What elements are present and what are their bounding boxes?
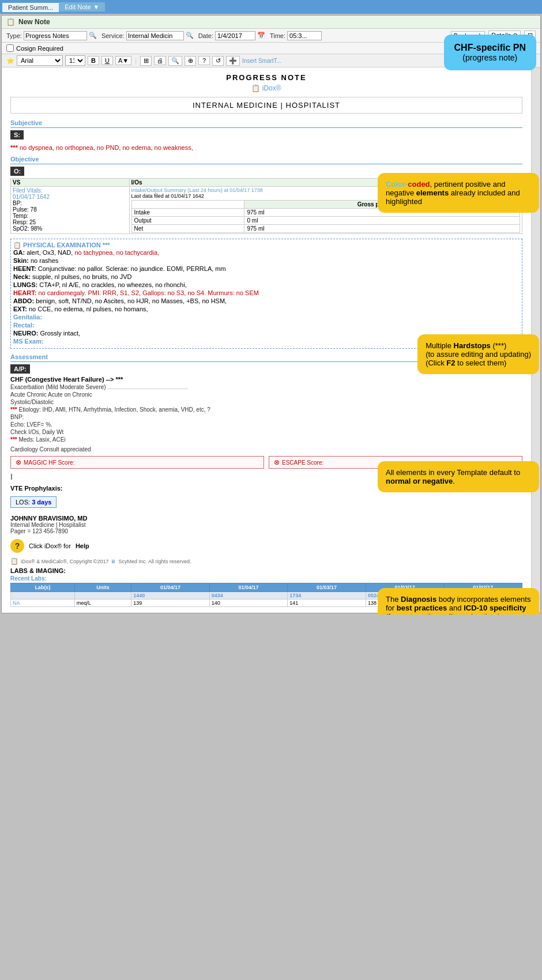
section-objective-label: Objective (10, 156, 522, 163)
check-line: Check I/Os, Daily Wt (10, 429, 522, 435)
symptom-text: *** no dyspnea, no orthopnea, no PND, no… (10, 144, 522, 151)
labs-title: LABS & IMAGING: (10, 567, 522, 574)
skin-line: Skin: no rashes (13, 257, 520, 264)
callout-hardstops-line2: (to assure editing and updating) (426, 350, 531, 359)
tab-bar: Patient Summ... Edit Note ▼ (0, 0, 542, 14)
time-field: Time: (270, 31, 322, 40)
spo2-row: SpO2: 98% (13, 225, 127, 232)
type-icon[interactable]: 🔍 (89, 32, 97, 39)
section-subjective-label: Subjective (10, 119, 522, 126)
doctor-pager: Pager = 123 456-7890 (10, 528, 522, 534)
service-field: Service: 🔍 (101, 31, 194, 40)
exacerbation-line: Exacerbation (Mild Moderate Severe) (10, 384, 522, 390)
copy-button[interactable]: ⊕ (185, 56, 196, 66)
lab-na-v2: 140 (209, 600, 288, 607)
callout-chf-subtitle: (progress note) (454, 53, 526, 62)
assessment-content: CHF (Congestive Heart Failure) --> *** E… (10, 376, 522, 534)
service-select[interactable] (126, 31, 184, 40)
subjective-box: S: (10, 130, 24, 140)
cardiology-line: Cardiology Consult appreciated (10, 446, 522, 453)
tab-patient-summary[interactable]: Patient Summ... (2, 2, 59, 12)
escape-label: ESCAPE Score: (282, 459, 323, 466)
doc-title: PROGRESS NOTE (10, 73, 522, 82)
assessment-box: A/P: (10, 364, 30, 374)
help-icon[interactable]: ? (10, 539, 24, 553)
labs-col-d1a: 01/04/17 (131, 583, 210, 592)
date-field: Date: 📅 (198, 31, 265, 40)
callout-hardstops-line3: (Click F2 to select them) (426, 359, 531, 367)
ext-line: EXT: no CCE, no edema, nl pulses, no hom… (13, 306, 520, 312)
note-header-icon: 📋 (6, 18, 15, 26)
callout-chf-title: CHF-specific PN (454, 43, 526, 53)
labs-col-d2a: 01/03/17 (288, 583, 366, 592)
help-text: Click iDox® for (29, 542, 71, 549)
header-box: INTERNAL MEDICINE | HOSPITALIST (10, 97, 522, 114)
service-icon[interactable]: 🔍 (186, 32, 194, 39)
bnp-line: BNP: (10, 414, 522, 420)
underline-button[interactable]: U (101, 56, 113, 65)
copyright-icon: 📋 (10, 557, 18, 565)
acute-chronic-line: Acute Chronic Acute on Chronic (10, 391, 522, 398)
cosign-checkbox[interactable] (6, 44, 14, 52)
lab-na-v1: 139 (131, 600, 210, 607)
help-bold: Help (76, 542, 89, 549)
bp-row: BP: (13, 200, 127, 206)
rectal-line: Rectal: (13, 322, 520, 329)
refresh-button[interactable]: ↺ (212, 56, 224, 66)
time-input[interactable] (287, 31, 322, 40)
search-button[interactable]: 🔍 (168, 56, 182, 66)
callout-chf: CHF-specific PN (progress note) (444, 35, 536, 70)
font-size-select[interactable]: 11 (65, 55, 85, 66)
callout-color-title: Color- (386, 180, 408, 189)
heent-line: HEENT: Conjunctivae: no pallor. Sclerae:… (13, 265, 520, 272)
add-button[interactable]: ➕ (226, 56, 240, 66)
maggic-icon: ⊗ (16, 458, 21, 466)
pulse-row: Pulse: 78 (13, 206, 127, 213)
copyright-row: 📋 iDox® & MediCalc®, Copyright ©2017 🖥 S… (10, 557, 522, 565)
maggic-score-box[interactable]: ⊗ MAGGIC HF Score: (10, 456, 264, 469)
lungs-line: LUNGS: CTA+P, nl A/E, no crackles, no wh… (13, 281, 520, 288)
font-name-select[interactable]: Arial (17, 55, 63, 66)
doctor-name: JOHNNY BRAVISIMO, MD (10, 515, 522, 522)
help-btn[interactable]: ? (198, 56, 210, 65)
callout-normal-text: All elements in every Template default t… (386, 468, 520, 477)
callout-color-coded: Color-coded, pertinent positive and nega… (378, 173, 539, 213)
filed-vitals-label: Filed Vitals: (13, 187, 127, 194)
star-icon: ⭐ (6, 57, 14, 65)
tab-edit-note[interactable]: Edit Note ▼ (59, 2, 105, 12)
help-row: ? Click iDox® for Help (10, 539, 522, 553)
scymed-icon: 🖥 (111, 559, 116, 564)
date-calendar-icon[interactable]: 📅 (257, 32, 265, 39)
print-button[interactable]: 🖨 (154, 56, 166, 65)
ga-line: GA: alert, Ox3, NAD, no tachypnea, no ta… (13, 249, 520, 256)
cosign-label: Cosign Required (16, 45, 63, 52)
objective-line (10, 164, 522, 164)
callout-diagnosis: The Diagnosis body incorporates elements… (378, 588, 539, 615)
filed-vitals-date: 01/04/17 1642 (13, 194, 127, 200)
genitalia-line: Genitalia: (13, 314, 520, 321)
copyright-text: iDox® & MediCalc®, Copyright ©2017 (21, 559, 108, 564)
lab-na-units: meq/L (74, 600, 131, 607)
labs-col-d1b: 01/04/17 (209, 583, 288, 592)
doctor-specialty: Internal Medicine | Hospitalist (10, 522, 522, 528)
resp-row: Resp: 25 (13, 219, 127, 225)
physical-exam-section: 📋 PHYSICAL EXAMINATION *** GA: alert, Ox… (10, 239, 522, 349)
date-input[interactable] (215, 31, 255, 40)
bold-button[interactable]: B (88, 56, 99, 65)
callout-normal-bold: normal or negative (386, 477, 453, 485)
table-button[interactable]: ⊞ (140, 56, 152, 66)
idox-icon: 📋 (251, 84, 260, 92)
labs-col-units: Units (74, 583, 131, 592)
callout-elements-bold: elements (416, 189, 449, 197)
type-select[interactable] (24, 31, 87, 40)
toolbar-left: Type: 🔍 Service: 🔍 Date: 📅 Time: (6, 31, 322, 40)
systolic-line: Systolic/Diastolic (10, 399, 522, 405)
tab-dropdown-arrow[interactable]: ▼ (93, 3, 100, 10)
los-box: LOS: 3 days (10, 496, 57, 508)
vs-header: VS (11, 179, 130, 187)
lab-na-label: NA (11, 600, 75, 607)
heart-line: HEART: no cardiomegaly. PMI. RRR, S1, S2… (13, 289, 520, 296)
echo-line: Echo: LVEF= %. (10, 421, 522, 428)
color-button[interactable]: A▼ (115, 56, 131, 65)
maggic-label: MAGGIC HF Score: (24, 459, 74, 466)
